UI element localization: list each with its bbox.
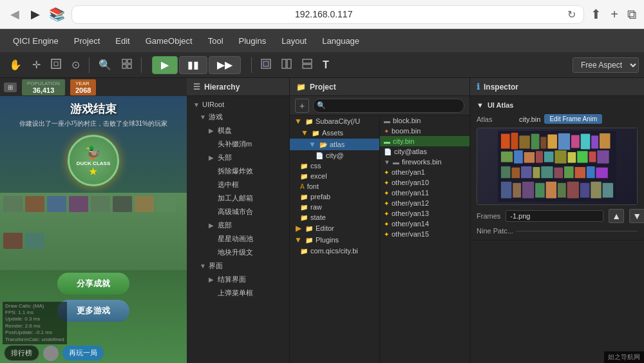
menu-layout[interactable]: Layout [275, 34, 313, 48]
project-file-excel[interactable]: 📁 excel [290, 171, 379, 181]
text-tool-button[interactable]: T [319, 57, 333, 74]
hierarchy-item-game[interactable]: ▼ 游戏 [187, 110, 289, 124]
step-button[interactable]: ▶▶ [209, 56, 241, 74]
zoom-button[interactable]: 🔍 [95, 56, 115, 74]
hierarchy-item-head[interactable]: ▶ 头部 [187, 151, 289, 164]
hierarchy-item-worker[interactable]: 加工人邮箱 [187, 191, 289, 205]
menu-edit[interactable]: Edit [109, 34, 136, 48]
project-file-atlas[interactable]: ▼ 📂 atlas [290, 139, 379, 150]
project-right-yan1[interactable]: ✦ other/yan1 [380, 167, 469, 177]
project-right-boom-bin[interactable]: ✦ boom.bin [380, 126, 469, 136]
frames-stepper-up[interactable]: ▲ [609, 209, 624, 223]
rotate-tool-button[interactable]: ⊙ [68, 56, 84, 74]
address-bar[interactable]: 192.168.0.117 ↻ [71, 5, 584, 24]
arrow-icon: ▼ [193, 101, 200, 108]
frames-input[interactable] [506, 210, 603, 222]
edit-frame-anim-button[interactable]: Edit Frame Anim [544, 114, 602, 124]
leaderboard-button[interactable]: 排行榜 [4, 345, 39, 361]
svg-rect-42 [587, 166, 595, 178]
frames-stepper-down[interactable]: ▼ [629, 209, 644, 223]
project-right-yan13[interactable]: ✦ other/yan13 [380, 208, 469, 219]
project-file-editor[interactable]: ▶ 📁 Editor [290, 222, 379, 234]
project-right-fireworks-bin[interactable]: ▼ ▬ fireworks.bin [380, 157, 469, 167]
project-file-city-at[interactable]: 📄 city@ [290, 150, 379, 161]
project-file-css[interactable]: 📁 css [290, 161, 379, 171]
replay-button[interactable]: 再玩一局 [62, 346, 104, 360]
hierarchy-item-city-upgrade[interactable]: 高级城市合 [187, 205, 289, 219]
menu-plugins[interactable]: Plugins [232, 34, 273, 48]
city-block [3, 196, 23, 212]
hand-tool-button[interactable]: ✋ [5, 56, 26, 74]
project-file-font[interactable]: A font [290, 181, 379, 191]
section-title: UI Atlas [488, 101, 514, 109]
share-button[interactable]: ⬆ [591, 6, 601, 22]
inspector-atlas-field: Atlas city.bin Edit Frame Anim [477, 114, 638, 124]
add-file-button[interactable]: + [295, 99, 309, 113]
more-games-button[interactable]: 更多游戏 [57, 300, 129, 322]
hierarchy-label: 棋盘 [218, 126, 232, 135]
menu-qici-engine[interactable]: QICI Engine [6, 34, 65, 48]
aspect-ratio-select[interactable]: Free Aspect [573, 57, 639, 73]
project-right-van15[interactable]: ✦ other/van15 [380, 229, 469, 239]
svg-rect-14 [511, 133, 518, 150]
hierarchy-item-settlement[interactable]: ▶ 结算界面 [187, 273, 289, 286]
svg-rect-27 [536, 151, 543, 162]
menu-tool[interactable]: Tool [202, 34, 230, 48]
project-right-yan14[interactable]: ✦ other/yan14 [380, 219, 469, 229]
arrow-icon: ▶ [209, 276, 215, 283]
forward-button[interactable]: ▶ [28, 7, 43, 21]
project-search-input[interactable] [313, 99, 464, 113]
grid-button[interactable] [118, 56, 136, 74]
project-right-block-bin[interactable]: ▬ block.bin [380, 115, 469, 126]
back-button[interactable]: ◀ [8, 7, 22, 21]
reload-button[interactable]: ↻ [567, 8, 576, 21]
tab-overview-button[interactable]: ⧉ [627, 7, 636, 22]
pause-button[interactable]: ▮▮ [179, 56, 207, 74]
project-right-files: ▬ block.bin ✦ boom.bin ▬ city.bin 📄 city… [380, 115, 469, 363]
hierarchy-item-selection[interactable]: 选中框 [187, 178, 289, 191]
hierarchy-item-stars[interactable]: 星星动画池 [187, 232, 289, 246]
project-right-yan10[interactable]: ✦ other/yan10 [380, 177, 469, 188]
menu-language[interactable]: Language [316, 34, 366, 48]
hierarchy-item-explosion[interactable]: 拆除爆炸效 [187, 164, 289, 178]
project-right-yan12[interactable]: ✦ other/yan12 [380, 198, 469, 208]
new-tab-button[interactable]: + [611, 7, 618, 22]
bookmarks-icon[interactable]: 📚 [49, 6, 65, 22]
menu-project[interactable]: Project [68, 34, 106, 48]
hierarchy-item-ui[interactable]: ▼ 界面 [187, 259, 289, 273]
project-file-prefab[interactable]: 📁 prefab [290, 191, 379, 202]
project-file-subaracity[interactable]: ▼ 📁 SubaraCity(/U [290, 115, 379, 127]
scale-tool-button[interactable] [47, 56, 65, 74]
layout-mode-1-button[interactable] [257, 56, 275, 74]
layout-mode-3-button[interactable] [298, 56, 316, 74]
svg-rect-29 [554, 150, 566, 163]
project-file-assets[interactable]: ▼ 📁 Assets [290, 127, 379, 139]
hierarchy-item-bottom[interactable]: ▶ 底部 [187, 219, 289, 232]
menu-gameobject[interactable]: GameObject [139, 34, 199, 48]
layout-mode-2-button[interactable] [278, 56, 296, 74]
move-tool-button[interactable]: ✛ [28, 56, 44, 74]
toolbar: ✋ ✛ ⊙ 🔍 ▶ ▮▮ ▶▶ [0, 52, 644, 78]
project-file-raw[interactable]: 📁 raw [290, 202, 379, 212]
bin-icon: ▬ [384, 138, 390, 145]
folder-icon: 📁 [296, 83, 306, 92]
project-file-plugins[interactable]: ▼ 📁 Plugins [290, 234, 379, 246]
project-right-yan11[interactable]: ✦ other/yan11 [380, 188, 469, 198]
hierarchy-item-head-patch[interactable]: 头补缀消m [187, 137, 289, 151]
play-button[interactable]: ▶ [152, 56, 178, 74]
project-file-state[interactable]: 📁 state [290, 212, 379, 222]
project-right-city-atlas[interactable]: 📄 city@atlas [380, 146, 469, 157]
project-file-com-qics[interactable]: 📁 com.qics/city.bi [290, 246, 379, 256]
share-achievement-button[interactable]: 分享成就 [57, 273, 129, 295]
menu-grid-icon[interactable]: ⊞ [4, 83, 17, 92]
city-block [91, 196, 110, 212]
project-right-city-bin[interactable]: ▬ city.bin [380, 136, 469, 146]
hierarchy-item-board[interactable]: ▶ 棋盘 [187, 124, 289, 137]
info-icon: ℹ [477, 82, 480, 92]
hierarchy-label: 底部 [218, 221, 232, 230]
hierarchy-item-block-upgrade[interactable]: 地块升级文 [187, 246, 289, 259]
svg-rect-34 [501, 166, 511, 178]
hierarchy-item-uiroot[interactable]: ▼ UIRoot [187, 99, 289, 110]
game-content-area: 游戏结束 你建设出了一座小巧的村庄，击败了全球31%的玩家 🦆 DUCK CLA… [0, 96, 187, 363]
hierarchy-item-popup-menu[interactable]: 上弹菜单框 [187, 286, 289, 300]
